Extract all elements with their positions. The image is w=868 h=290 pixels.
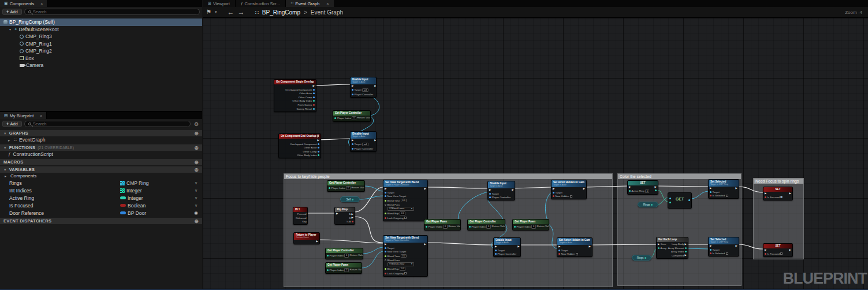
exec-pin[interactable]: ▶	[553, 188, 554, 190]
data-pin[interactable]	[334, 117, 336, 119]
exec-pin[interactable]: ▶	[765, 192, 766, 195]
gear-icon[interactable]: ⚙	[193, 121, 200, 127]
call-set-view-target-with-blend-1[interactable]: Set View Target with BlendTarget is Play…	[383, 180, 428, 221]
data-pin[interactable]	[307, 221, 308, 222]
pin-value[interactable]: self	[362, 143, 368, 147]
setter-is-focused-false[interactable]: SET▶Is Focused▶	[763, 243, 793, 257]
call-disable-input-1[interactable]: Disable InputTarget is Actor▶TargetselfP…	[350, 131, 377, 152]
tree-item-cmp-ring2[interactable]: CMP_Ring2	[0, 47, 202, 55]
data-pin[interactable]	[669, 202, 671, 203]
data-pin[interactable]	[352, 199, 353, 200]
add-macro-icon[interactable]: ⊕	[194, 159, 199, 165]
exec-pin[interactable]: ▶	[736, 187, 737, 189]
data-pin[interactable]	[313, 96, 315, 98]
data-pin[interactable]	[385, 255, 386, 257]
exec-pin[interactable]: ▶	[589, 246, 591, 248]
exec-pin[interactable]: ▶	[655, 186, 657, 188]
data-pin[interactable]	[765, 196, 766, 198]
data-pin[interactable]	[385, 195, 386, 197]
close-icon[interactable]: ×	[326, 1, 329, 6]
add-variable-icon[interactable]: ⊕	[194, 167, 199, 173]
data-pin[interactable]	[629, 190, 631, 192]
breadcrumb-root[interactable]: BP_RingComp	[262, 9, 300, 16]
data-pin[interactable]	[489, 193, 491, 195]
data-pin[interactable]	[313, 92, 315, 94]
pure-get-player-pawn-3[interactable]: Get Player PawnPlayer Index0Return Value	[325, 262, 362, 274]
section-variables[interactable]: ▼ VARIABLES ⊕	[0, 166, 202, 173]
getter-rings-1[interactable]: Rings	[638, 202, 658, 207]
call-enable-input-1[interactable]: Enable InputTarget is Actor▶TargetselfPl…	[350, 77, 377, 98]
data-pin[interactable]	[352, 221, 353, 222]
add-event-dispatcher-icon[interactable]: ⊕	[194, 218, 199, 224]
pure-get-player-controller-1[interactable]: Get Player ControllerPlayer Index0Return…	[333, 110, 371, 122]
pin-value[interactable]: 0	[346, 186, 350, 190]
data-pin[interactable]	[313, 104, 315, 106]
data-pin[interactable]	[655, 189, 657, 191]
exec-pin[interactable]: ▶	[517, 246, 519, 248]
exec-pin[interactable]: ▶	[424, 243, 426, 246]
exec-pin[interactable]: ▶	[352, 139, 353, 142]
data-pin[interactable]	[385, 200, 386, 202]
data-pin[interactable]	[318, 147, 319, 148]
add-graph-icon[interactable]: ⊕	[194, 131, 199, 136]
exec-pin[interactable]: ▶	[765, 249, 766, 251]
variable-row-is-focused[interactable]: Is Focused Boolean ∨	[0, 202, 202, 209]
checkbox[interactable]	[576, 253, 578, 255]
section-macros[interactable]: MACROS ⊕	[0, 159, 202, 165]
exec-pin[interactable]: ▶	[710, 245, 711, 247]
data-pin[interactable]	[329, 187, 330, 189]
exec-pin[interactable]: ▶	[307, 213, 308, 215]
tab-construction-script[interactable]: ƒ Construction Scr...	[236, 0, 286, 7]
chevron-down-icon[interactable]: ∨	[195, 196, 198, 200]
tab-event-graph[interactable]: ∷ Event Graph ×	[286, 0, 335, 7]
data-pin[interactable]	[385, 192, 386, 194]
data-pin[interactable]	[710, 249, 711, 251]
data-pin[interactable]	[385, 268, 386, 270]
data-pin[interactable]	[318, 143, 319, 145]
chevron-down-icon[interactable]: ∨	[195, 203, 198, 208]
exec-pin[interactable]: ▶	[424, 188, 426, 190]
data-pin[interactable]	[385, 273, 386, 274]
tree-item-cmp-ring1[interactable]: CMP_Ring1	[0, 40, 202, 48]
checkbox[interactable]	[404, 272, 407, 274]
pure-get-player-pawn-a[interactable]: Get Player PawnPlayer Index0Return Value	[424, 219, 461, 230]
tree-item-defaultsceneroot[interactable]: ▾ ⌖ DefaultSceneRoot	[0, 26, 202, 34]
pin-value[interactable]: 0	[645, 189, 649, 194]
exec-pin[interactable]: ▶	[385, 188, 386, 190]
tree-item-camera[interactable]: Camera	[0, 62, 202, 69]
pin-value[interactable]: 0.0	[401, 199, 407, 203]
add-function-icon[interactable]: ⊕	[194, 145, 199, 151]
exec-pin[interactable]: ▶	[495, 246, 497, 248]
pin-value[interactable]: 0.0	[400, 211, 405, 215]
data-pin[interactable]	[710, 252, 711, 254]
exec-pin[interactable]: ▶	[789, 249, 791, 251]
exec-pin[interactable]: ▶	[385, 243, 386, 246]
pin-value[interactable]: 0	[344, 254, 348, 258]
blend-func-dropdown[interactable]: VTBlend Linear▾	[388, 207, 414, 211]
pure-get-player-controller-a[interactable]: Get Player ControllerPlayer Index0Return…	[467, 219, 505, 230]
data-pin[interactable]	[313, 100, 315, 102]
data-pin[interactable]	[352, 94, 353, 95]
tree-item-bp-ringcomp[interactable]: BP_RingComp (Self)	[0, 18, 202, 26]
exec-pin[interactable]: ▶	[313, 85, 315, 87]
exec-pin[interactable]: ▶	[352, 85, 353, 87]
pin-dot[interactable]	[385, 204, 386, 206]
exec-pin[interactable]: ▶	[736, 245, 737, 247]
add-blueprint-item-button[interactable]: + Add	[2, 121, 22, 127]
pin-value[interactable]: 0	[531, 225, 535, 229]
back-button[interactable]: ←	[227, 8, 234, 16]
components-search-input[interactable]	[33, 9, 196, 14]
exec-pin[interactable]: ▶	[658, 243, 660, 246]
pin-value[interactable]: 0	[352, 116, 356, 120]
exec-pin[interactable]: ▶	[374, 85, 376, 87]
tab-components[interactable]: ▣ Components ×	[0, 0, 47, 7]
exec-pin[interactable]: ▶	[489, 189, 491, 191]
pin-value[interactable]: 0.0	[401, 254, 407, 258]
data-pin[interactable]	[688, 199, 690, 201]
getter-self[interactable]: Self	[340, 196, 360, 202]
getnode-array-get[interactable]: GET	[668, 192, 692, 209]
eye-icon[interactable]: ◉	[194, 210, 198, 215]
expander-icon[interactable]: ▾	[9, 27, 13, 31]
breadcrumb-current[interactable]: Event Graph	[311, 9, 343, 16]
data-pin[interactable]	[669, 198, 671, 199]
